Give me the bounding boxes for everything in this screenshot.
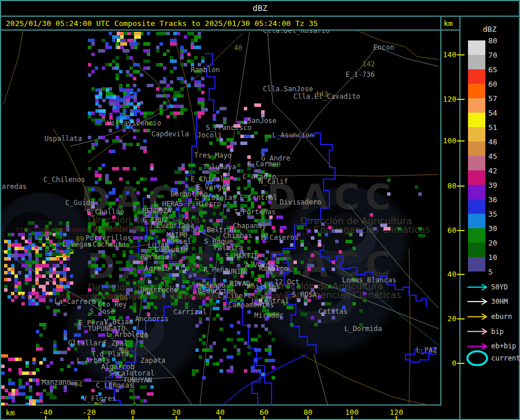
- radar-cell: [166, 94, 170, 98]
- map-label: Encon: [373, 44, 394, 51]
- radar-cell: [268, 359, 275, 362]
- map-label: Jocoli: [197, 132, 222, 139]
- radar-cell: [130, 113, 133, 116]
- radar-cell: [122, 143, 126, 146]
- radar-cell: [294, 261, 297, 264]
- radar-cell: [325, 233, 328, 236]
- radar-cell: [39, 333, 43, 337]
- radar-cell: [188, 170, 192, 174]
- legend-arrow-eb+bip: [467, 343, 486, 349]
- radar-cell: [49, 221, 52, 225]
- radar-cell: [88, 115, 91, 118]
- radar-cell: [180, 87, 184, 91]
- radar-cell: [91, 42, 95, 46]
- radar-cell: [247, 310, 251, 314]
- radar-cell: [183, 280, 190, 284]
- radar-cell: [321, 222, 325, 226]
- radar-cell: [67, 365, 70, 368]
- radar-cell: [109, 129, 112, 132]
- radar-cell: [133, 106, 137, 109]
- radar-cell: [226, 355, 233, 359]
- radar-cell: [134, 214, 138, 218]
- radar-cell: [120, 46, 124, 49]
- radar-cell: [129, 73, 133, 77]
- radar-cell: [35, 278, 39, 281]
- radar-cell: [321, 302, 325, 306]
- radar-cell: [102, 285, 105, 288]
- radar-cell: [192, 247, 195, 250]
- radar-cell: [213, 212, 216, 215]
- radar-cell: [36, 330, 39, 333]
- radar-cell: [133, 113, 137, 116]
- radar-cell: [105, 42, 109, 46]
- radar-cell: [98, 49, 105, 53]
- map-label: E_Challao: [87, 209, 124, 215]
- radar-cell: [69, 249, 73, 252]
- radar-cell: [304, 247, 307, 250]
- radar-cell: [32, 361, 36, 365]
- radar-cell: [280, 229, 283, 233]
- radar-cell: [46, 281, 49, 285]
- radar-cell: [88, 150, 91, 153]
- radar-cell: [56, 264, 60, 267]
- radar-cell: [254, 369, 258, 373]
- radar-cell: [133, 302, 136, 306]
- radar-cell: [202, 334, 206, 338]
- radar-cell: [127, 102, 133, 106]
- radar-cell: [418, 192, 422, 196]
- radar-cell: [318, 295, 321, 299]
- radar-cell: [133, 77, 136, 80]
- radar-cell: [359, 233, 363, 236]
- radar-cell: [109, 274, 112, 278]
- radar-cell: [342, 288, 346, 292]
- radar-cell: [12, 396, 15, 399]
- radar-cell: [91, 274, 95, 278]
- radar-cell: [95, 257, 98, 261]
- radar-cell: [172, 277, 176, 280]
- radar-cell: [53, 347, 57, 351]
- radar-cell: [43, 358, 46, 361]
- radar-cell: [11, 243, 18, 247]
- radar-cell: [209, 355, 213, 359]
- radar-cell: [134, 218, 138, 221]
- radar-cell: [143, 111, 147, 115]
- radar-cell: [138, 239, 141, 242]
- radar-cell: [199, 250, 202, 254]
- radar-cell: [8, 247, 11, 250]
- radar-cell: [32, 403, 36, 406]
- radar-cell: [112, 288, 116, 292]
- radar-cell: [116, 198, 119, 202]
- radar-cell: [59, 252, 62, 256]
- radar-cell: [163, 87, 166, 91]
- radar-cell: [133, 309, 136, 313]
- radar-cell: [138, 32, 141, 35]
- radar-cell: [147, 84, 154, 87]
- radar-cell: [255, 240, 259, 243]
- radar-cell: [109, 102, 116, 106]
- radar-cell: [206, 359, 209, 362]
- radar-cell: [180, 94, 184, 98]
- bottom-axis-tick-label: 0: [131, 408, 135, 416]
- radar-cell: [120, 39, 124, 42]
- radar-cell: [14, 288, 18, 292]
- radar-cell: [74, 368, 77, 371]
- radar-cell: [134, 273, 138, 277]
- radar-cell: [123, 95, 127, 99]
- radar-cell: [45, 235, 49, 239]
- radar-cell: [314, 229, 318, 233]
- radar-cell: [25, 403, 29, 406]
- radar-cell: [70, 361, 74, 365]
- radar-cell: [373, 227, 377, 231]
- radar-cell: [196, 270, 200, 273]
- radar-cell: [209, 257, 213, 261]
- right-axis-tick: [457, 230, 465, 231]
- right-axis-tick-label: 60: [440, 226, 456, 234]
- radar-cell: [52, 252, 59, 256]
- radar-cell: [143, 188, 147, 191]
- radar-cell: [226, 338, 230, 341]
- radar-cell: [155, 277, 158, 280]
- right-axis-tick-label: 80: [440, 182, 456, 189]
- map-label: Zapata: [140, 357, 165, 364]
- radar-cell: [53, 340, 57, 344]
- radar-cell: [63, 267, 66, 271]
